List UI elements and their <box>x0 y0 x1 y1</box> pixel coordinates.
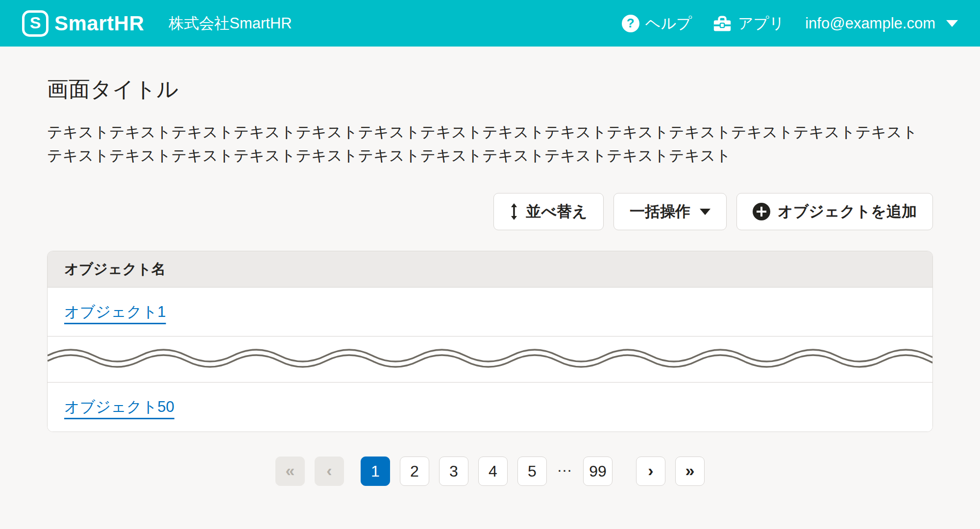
chevron-left-icon: ‹ <box>326 461 332 480</box>
page-title: 画面タイトル <box>47 75 933 104</box>
app-header: S SmartHR 株式会社SmartHR ? ヘルプ アプリ info@exa… <box>0 0 980 47</box>
page-button-5[interactable]: 5 <box>517 457 547 486</box>
help-menu-item[interactable]: ? ヘルプ <box>622 13 692 34</box>
bulk-action-label: 一括操作 <box>630 201 690 222</box>
object-link[interactable]: オブジェクト1 <box>64 302 166 322</box>
page-description: テキストテキストテキストテキストテキストテキストテキストテキストテキストテキスト… <box>47 120 933 168</box>
double-chevron-left-icon: « <box>286 461 295 480</box>
apps-label: アプリ <box>738 13 784 34</box>
page-button-1[interactable]: 1 <box>361 457 390 486</box>
last-page-button[interactable]: » <box>675 457 705 486</box>
header-nav: ? ヘルプ アプリ info@example.com <box>622 13 958 34</box>
help-icon: ? <box>622 15 639 32</box>
smarthr-logo[interactable]: S SmartHR <box>22 10 144 37</box>
object-table: オブジェクト名 オブジェクト1 オブジェクト50 <box>47 251 933 432</box>
apps-menu-item[interactable]: アプリ <box>712 13 784 34</box>
apps-icon <box>712 15 732 32</box>
main-content: 画面タイトル テキストテキストテキストテキストテキストテキストテキストテキストテ… <box>0 75 980 486</box>
toolbar: 並べ替え 一括操作 オブジェクトを追加 <box>47 193 933 230</box>
company-name: 株式会社SmartHR <box>169 13 292 34</box>
page-button-99[interactable]: 99 <box>583 457 612 486</box>
pagination: « ‹ 1 2 3 4 5 … 99 › » <box>47 457 933 486</box>
table-header-row: オブジェクト名 <box>48 251 932 288</box>
help-label: ヘルプ <box>645 13 692 34</box>
page-button-4[interactable]: 4 <box>478 457 508 486</box>
sort-button-label: 並べ替え <box>526 201 587 222</box>
bulk-action-button[interactable]: 一括操作 <box>613 193 727 230</box>
table-row: オブジェクト50 <box>48 383 932 432</box>
sort-button[interactable]: 並べ替え <box>493 193 603 230</box>
column-header-object-name: オブジェクト名 <box>64 260 166 279</box>
help-icon-glyph: ? <box>627 16 635 31</box>
add-object-label: オブジェクトを追加 <box>778 201 917 222</box>
page-button-2[interactable]: 2 <box>400 457 429 486</box>
wave-icon <box>48 348 932 371</box>
add-icon <box>753 203 770 220</box>
pagination-ellipsis: … <box>557 457 573 476</box>
prev-page-button[interactable]: ‹ <box>315 457 344 486</box>
sort-icon <box>510 203 518 220</box>
brand-name: SmartHR <box>54 12 144 35</box>
add-object-button[interactable]: オブジェクトを追加 <box>736 193 933 230</box>
double-chevron-right-icon: » <box>686 461 695 480</box>
account-menu[interactable]: info@example.com <box>805 15 958 32</box>
object-link[interactable]: オブジェクト50 <box>64 397 174 417</box>
smarthr-logo-icon: S <box>22 10 49 37</box>
chevron-down-icon <box>946 20 958 27</box>
chevron-down-icon <box>700 209 710 215</box>
truncation-wave-separator <box>48 337 932 383</box>
page-button-3[interactable]: 3 <box>439 457 468 486</box>
next-page-button[interactable]: › <box>636 457 665 486</box>
chevron-right-icon: › <box>648 461 653 480</box>
table-row: オブジェクト1 <box>48 288 932 337</box>
logo-glyph: S <box>30 13 41 32</box>
first-page-button[interactable]: « <box>275 457 305 486</box>
account-email: info@example.com <box>805 15 935 32</box>
